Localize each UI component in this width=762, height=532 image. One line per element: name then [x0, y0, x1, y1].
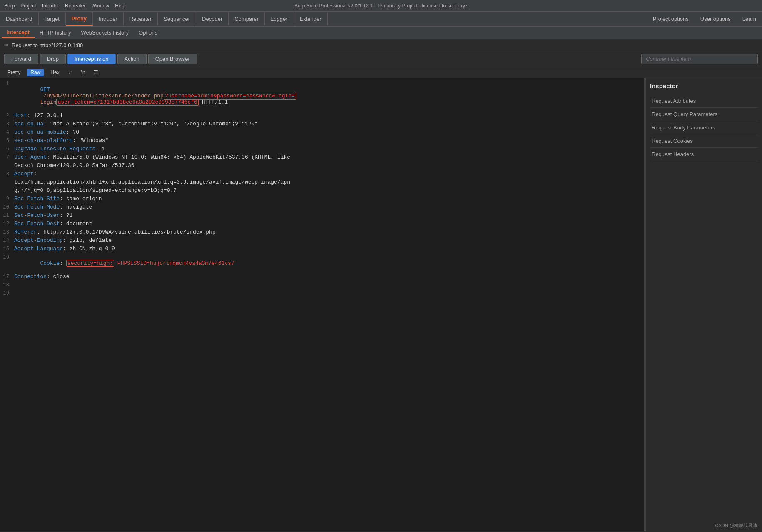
menu-help[interactable]: Help [115, 3, 125, 9]
menu-project[interactable]: Project [20, 3, 36, 9]
request-url-label: Request to http://127.0.0.1:80 [12, 42, 83, 48]
open-browser-button[interactable]: Open Browser [148, 54, 197, 64]
line-content-8c2: g,*/*;q=0.8,application/signed-exchange;… [12, 187, 644, 195]
line-num-9: 9 [0, 196, 12, 203]
http-method: GET [40, 87, 50, 93]
view-hex[interactable]: Hex [47, 69, 62, 76]
line-8-cont: text/html,application/xhtml+xml,applicat… [0, 179, 644, 187]
action-bar: Forward Drop Intercept is on Action Open… [0, 51, 762, 67]
subtab-http-history[interactable]: HTTP history [35, 28, 76, 37]
inspector-request-attributes[interactable]: Request Attributes [650, 94, 758, 108]
line-num-16: 16 [0, 254, 12, 273]
line-content-4: sec-ch-ua-mobile: ?0 [12, 129, 644, 137]
tab-user-options[interactable]: User options [695, 12, 737, 25]
line-content-7: User-Agent: Mozilla/5.0 (Windows NT 10.0… [12, 154, 644, 162]
view-pretty[interactable]: Pretty [4, 69, 24, 76]
line-content-14: Accept-Encoding: gzip, deflate [12, 237, 644, 245]
line-num-8c2 [0, 187, 12, 195]
line-num-13: 13 [0, 229, 12, 236]
action-button[interactable]: Action [117, 54, 147, 64]
inspector-title: Inspector [650, 82, 758, 89]
line-5: 5 sec-ch-ua-platform: "Windows" [0, 137, 644, 145]
forward-button[interactable]: Forward [4, 54, 38, 64]
menu-icon[interactable]: ☰ [91, 69, 101, 76]
tab-target[interactable]: Target [39, 12, 66, 25]
tab-project-options[interactable]: Project options [647, 12, 695, 25]
intercept-button[interactable]: Intercept is on [67, 54, 116, 64]
inspector-request-headers[interactable]: Request Headers [650, 148, 758, 161]
title-bar-left: Burp Project Intruder Repeater Window He… [4, 3, 125, 9]
line-18: 18 [0, 281, 644, 290]
menu-burp[interactable]: Burp [4, 3, 15, 9]
cookie-phpsessid: PHPSESSID=hujorinqmcm4va4a3m7e461vs7 [114, 260, 234, 266]
line-9: 9 Sec-Fetch-Site: same-origin [0, 195, 644, 204]
tab-decoder[interactable]: Decoder [196, 12, 229, 25]
comment-input[interactable] [641, 54, 758, 64]
inspector-request-query-params[interactable]: Request Query Parameters [650, 108, 758, 121]
line-8-cont2: g,*/*;q=0.8,application/signed-exchange;… [0, 187, 644, 195]
line-num-8c [0, 179, 12, 186]
tab-dashboard[interactable]: Dashboard [0, 12, 39, 25]
line-num-15: 15 [0, 246, 12, 253]
inspector-request-cookies[interactable]: Request Cookies [650, 134, 758, 148]
line-8: 8 Accept: [0, 170, 644, 179]
line-content-11: Sec-Fetch-User: ?1 [12, 212, 644, 220]
line-12: 12 Sec-Fetch-Dest: document [0, 220, 644, 229]
main-tabs: Dashboard Target Proxy Intruder Repeater… [0, 12, 762, 27]
subtab-websockets-history[interactable]: WebSockets history [76, 28, 134, 37]
request-url: http://127.0.0.1:80 [40, 42, 83, 48]
menu-repeater[interactable]: Repeater [65, 3, 85, 9]
tab-comparer[interactable]: Comparer [229, 12, 265, 25]
drop-button[interactable]: Drop [40, 54, 66, 64]
line-content-3: sec-ch-ua: "Not_A Brand";v="8", "Chromiu… [12, 121, 644, 128]
line-content-8: Accept: [12, 171, 644, 178]
menu-window[interactable]: Window [91, 3, 109, 9]
request-editor[interactable]: 1 GET /DVWA/vulnerabilities/brute/index.… [0, 78, 644, 531]
line-content-10: Sec-Fetch-Mode: navigate [12, 204, 644, 211]
watermark: CSDN @杭城我最帅 [715, 522, 757, 529]
newline-icon[interactable]: \n [79, 69, 88, 76]
tab-intruder[interactable]: Intruder [93, 12, 124, 25]
cookie-security-highlighted: security=high; [66, 260, 114, 267]
wrap-icon[interactable]: ⇌ [66, 69, 75, 76]
view-raw[interactable]: Raw [27, 69, 44, 76]
line-num-17: 17 [0, 273, 12, 281]
view-bar: Pretty Raw Hex ⇌ \n ☰ [0, 67, 762, 78]
tab-learn[interactable]: Learn [737, 12, 762, 25]
app-title: Burp Suite Professional v2021.12.1 - Tem… [294, 3, 468, 9]
tab-logger[interactable]: Logger [265, 12, 294, 25]
tab-repeater[interactable]: Repeater [124, 12, 158, 25]
line-num-6: 6 [0, 146, 12, 153]
inspector-panel: Inspector Request Attributes Request Que… [645, 78, 762, 531]
line-16: 16 Cookie: security=high; PHPSESSID=hujo… [0, 254, 644, 273]
line-num-5: 5 [0, 137, 12, 145]
tab-extender[interactable]: Extender [294, 12, 328, 25]
tab-sequencer[interactable]: Sequencer [158, 12, 196, 25]
line-content-1: GET /DVWA/vulnerabilities/brute/index.ph… [12, 80, 644, 112]
line-content-15: Accept-Language: zh-CN,zh;q=0.9 [12, 246, 644, 253]
line-15: 15 Accept-Language: zh-CN,zh;q=0.9 [0, 245, 644, 254]
line-7: 7 User-Agent: Mozilla/5.0 (Windows NT 10… [0, 154, 644, 162]
line-num-12: 12 [0, 221, 12, 228]
line-17: 17 Connection: close [0, 273, 644, 281]
line-13: 13 Referer: http://127.0.0.1/DVWA/vulner… [0, 229, 644, 237]
main-content: 1 GET /DVWA/vulnerabilities/brute/index.… [0, 78, 762, 531]
menu-intruder[interactable]: Intruder [42, 3, 59, 9]
line-content-17: Connection: close [12, 273, 644, 281]
line-7-cont: Gecko) Chrome/120.0.0.0 Safari/537.36 [0, 162, 644, 170]
line-num-19: 19 [0, 290, 12, 298]
line-num-1: 1 [0, 80, 12, 112]
line-4: 4 sec-ch-ua-mobile: ?0 [0, 129, 644, 137]
subtab-intercept[interactable]: Intercept [2, 27, 35, 38]
line-content-5: sec-ch-ua-platform: "Windows" [12, 137, 644, 145]
line-3: 3 sec-ch-ua: "Not_A Brand";v="8", "Chrom… [0, 120, 644, 129]
line-2: 2 Host: 127.0.0.1 [0, 112, 644, 120]
login-text: Login [40, 99, 56, 105]
user-token-highlighted: user_token=e71317bd3bcc6a0a202c9993b7746… [56, 99, 198, 106]
subtab-options[interactable]: Options [134, 28, 162, 37]
line-num-14: 14 [0, 237, 12, 245]
tab-proxy[interactable]: Proxy [66, 12, 93, 26]
inspector-request-body-params[interactable]: Request Body Parameters [650, 121, 758, 134]
line-num-3: 3 [0, 121, 12, 128]
line-num-10: 10 [0, 204, 12, 211]
